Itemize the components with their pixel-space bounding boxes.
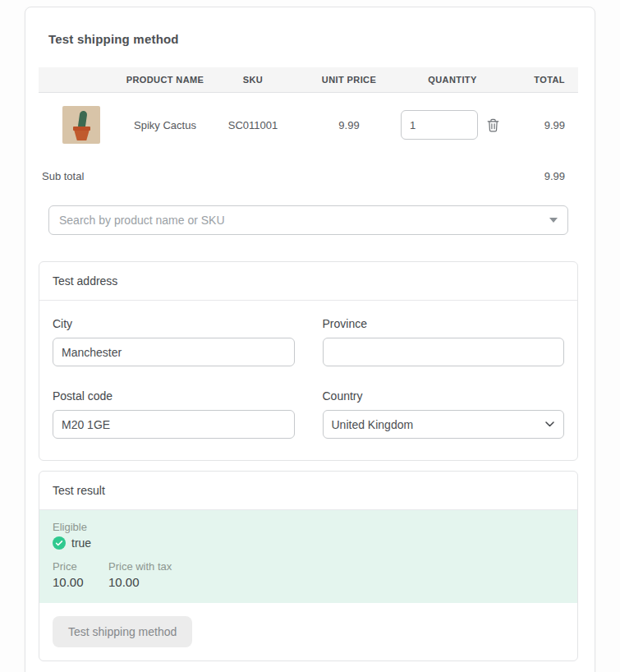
header-sku: SKU [206,75,300,85]
subtotal-row: Sub total 9.99 [39,157,578,194]
test-address-card: Test address City Province Postal code C… [39,261,578,461]
postal-code-field: Postal code [53,389,295,439]
postal-code-input[interactable] [53,410,295,439]
province-label: Province [323,317,565,330]
eligible-value: true [53,536,564,550]
price-block: Price 10.00 [53,560,89,589]
eligible-label: Eligible [53,521,564,533]
table-header-row: PRODUCT NAME SKU UNIT PRICE QUANTITY TOT… [39,67,578,93]
province-field: Province [323,317,565,366]
total-cell: 9.99 [507,119,578,131]
province-input[interactable] [323,338,565,366]
test-result-title: Test result [39,472,577,510]
country-field: Country United Kingdom [323,389,565,439]
test-shipping-panel: Test shipping method PRODUCT NAME SKU UN… [25,7,595,672]
quantity-input[interactable] [401,110,478,140]
price-value: 10.00 [53,575,89,589]
price-with-tax-block: Price with tax 10.00 [108,560,172,589]
price-with-tax-value: 10.00 [108,575,172,589]
dropdown-caret-icon [549,218,558,223]
unit-price-cell: 9.99 [300,119,398,131]
product-name-cell: Spiky Cactus [124,119,206,131]
product-table: PRODUCT NAME SKU UNIT PRICE QUANTITY TOT… [39,67,578,194]
product-search [48,205,568,235]
test-result-card: Test result Eligible true Price 10.00 Pr… [39,471,578,661]
header-unit-price: UNIT PRICE [300,75,398,85]
product-search-input[interactable] [48,205,568,235]
quantity-cell [398,110,507,140]
price-label: Price [53,560,89,573]
country-label: Country [323,389,565,403]
header-product-name: PRODUCT NAME [124,75,206,85]
postal-code-label: Postal code [53,389,295,403]
product-image [62,106,100,144]
city-input[interactable] [53,338,295,366]
test-address-title: Test address [39,262,577,301]
test-shipping-method-button[interactable]: Test shipping method [53,616,192,647]
subtotal-value: 9.99 [544,170,565,182]
result-box: Eligible true Price 10.00 Price with tax… [39,510,577,603]
table-row: Spiky Cactus SC011001 9.99 9.99 [39,93,578,157]
trash-icon [487,118,499,132]
subtotal-label: Sub total [42,170,84,182]
city-label: City [53,317,295,330]
page-title: Test shipping method [48,32,578,46]
country-select[interactable]: United Kingdom [323,410,565,439]
header-total: TOTAL [507,75,578,85]
header-quantity: QUANTITY [398,75,507,85]
remove-product-button[interactable] [487,118,499,132]
product-image-cell [39,106,124,144]
city-field: City [53,317,295,366]
check-circle-icon [53,536,66,550]
sku-cell: SC011001 [206,119,300,131]
price-with-tax-label: Price with tax [108,560,172,573]
